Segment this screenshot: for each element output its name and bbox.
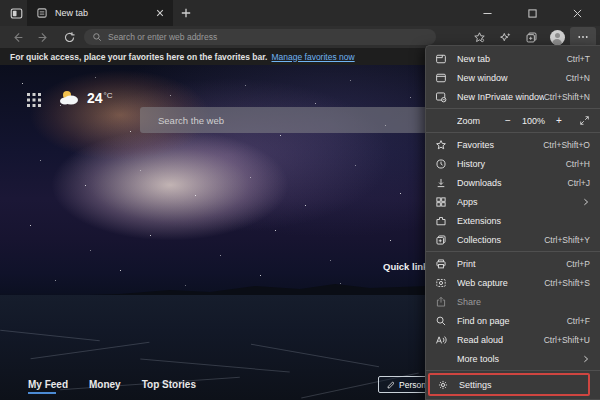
menu-item-label: More tools <box>457 354 582 364</box>
close-window-button[interactable] <box>555 0 600 26</box>
shopping-button[interactable] <box>492 27 518 47</box>
web-capture-icon <box>434 276 448 290</box>
title-bar: New tab <box>0 0 600 26</box>
settings-gear-icon <box>436 378 450 392</box>
tab-title: New tab <box>55 8 153 18</box>
manage-favorites-link[interactable]: Manage favorites now <box>271 52 354 62</box>
menu-item-label: Print <box>457 259 566 269</box>
menu-item-print[interactable]: PrintCtrl+P <box>426 254 600 273</box>
apps-icon <box>434 195 448 209</box>
menu-item-shortcut: Ctrl+Shift+O <box>543 140 590 150</box>
zoom-value: 100% <box>522 116 545 126</box>
menu-item-apps[interactable]: Apps <box>426 192 600 211</box>
menu-separator <box>426 108 600 109</box>
zoom-in-button[interactable]: + <box>552 115 566 126</box>
tab-close-button[interactable] <box>153 6 167 20</box>
tab-actions-button[interactable] <box>5 0 27 26</box>
find-icon <box>434 314 448 328</box>
menu-item-downloads[interactable]: DownloadsCtrl+J <box>426 173 600 192</box>
tab-actions-icon <box>10 7 23 20</box>
menu-item-label: Share <box>457 297 590 307</box>
menu-item-new-window[interactable]: New windowCtrl+N <box>426 68 600 87</box>
menu-item-label: Read aloud <box>457 335 544 345</box>
menu-item-label: Find on page <box>457 316 567 326</box>
newtab-search-input[interactable] <box>158 115 421 126</box>
menu-item-new-tab[interactable]: New tabCtrl+T <box>426 49 600 68</box>
menu-item-shortcut: Ctrl+H <box>566 159 590 169</box>
menu-item-label: New InPrivate window <box>457 92 544 102</box>
tab-favicon <box>36 7 48 19</box>
menu-item-find-on-page[interactable]: Find on pageCtrl+F <box>426 311 600 330</box>
downloads-icon <box>434 176 448 190</box>
new-tab-button[interactable] <box>176 4 196 22</box>
menu-item-new-inprivate-window[interactable]: New InPrivate windowCtrl+Shift+N <box>426 87 600 106</box>
zoom-out-button[interactable]: − <box>501 115 515 126</box>
submenu-arrow-icon <box>582 198 590 206</box>
menu-item-zoom[interactable]: Zoom−100%+ <box>426 111 600 130</box>
menu-item-web-capture[interactable]: Web captureCtrl+Shift+S <box>426 273 600 292</box>
menu-item-label: Settings <box>459 380 578 390</box>
menu-item-shortcut: Ctrl+Shift+Y <box>544 235 590 245</box>
settings-and-more-button[interactable] <box>570 27 596 47</box>
newtab-search-box[interactable] <box>140 107 450 133</box>
menu-separator <box>426 251 600 252</box>
menu-item-shortcut: Ctrl+Shift+N <box>544 92 590 102</box>
weather-widget[interactable]: 24 °C <box>58 88 113 108</box>
address-input[interactable] <box>108 32 428 42</box>
menu-item-shortcut: Ctrl+P <box>566 259 590 269</box>
menu-item-favorites[interactable]: FavoritesCtrl+Shift+O <box>426 135 600 154</box>
search-icon <box>92 32 102 42</box>
extensions-icon <box>434 214 448 228</box>
forward-button[interactable] <box>30 26 56 48</box>
profile-button[interactable] <box>544 27 570 47</box>
menu-item-shortcut: Ctrl+F <box>567 316 590 326</box>
menu-item-label: New window <box>457 73 566 83</box>
history-icon <box>434 157 448 171</box>
temperature-value: 24 <box>87 88 103 108</box>
feed-tabs: My FeedMoneyTop Stories <box>28 379 196 394</box>
grid-icon <box>27 93 41 107</box>
refresh-button[interactable] <box>56 26 82 48</box>
menu-item-extensions[interactable]: Extensions <box>426 211 600 230</box>
pencil-icon <box>387 381 395 389</box>
app-launcher-button[interactable] <box>27 93 41 107</box>
feed-tab-my-feed[interactable]: My Feed <box>28 379 68 394</box>
maximize-button[interactable] <box>510 0 555 26</box>
minimize-button[interactable] <box>465 0 510 26</box>
collections-button[interactable] <box>518 27 544 47</box>
menu-item-more-tools[interactable]: More tools <box>426 349 600 368</box>
window-controls <box>465 0 600 26</box>
menu-item-settings[interactable]: Settings <box>430 375 588 394</box>
favorites-button[interactable] <box>466 27 492 47</box>
menu-item-label: Collections <box>457 235 544 245</box>
share-icon <box>434 295 448 309</box>
menu-item-label: Web capture <box>457 278 544 288</box>
favorites-star-gear-icon <box>473 31 486 44</box>
menu-item-history[interactable]: HistoryCtrl+H <box>426 154 600 173</box>
annotation-highlight-box: Settings <box>428 373 590 396</box>
menu-item-label: History <box>457 159 566 169</box>
collections-stack-icon <box>525 31 538 44</box>
temperature-unit: °C <box>104 91 113 100</box>
new-tab-icon <box>434 52 448 66</box>
address-bar[interactable] <box>84 29 436 45</box>
inprivate-icon <box>434 90 448 104</box>
menu-item-label: Favorites <box>457 140 543 150</box>
browser-window: New tab <box>0 0 600 400</box>
menu-item-shortcut: Ctrl+N <box>566 73 590 83</box>
favorites-star-icon <box>434 138 448 152</box>
menu-item-label: Downloads <box>457 178 568 188</box>
menu-item-collections[interactable]: CollectionsCtrl+Shift+Y <box>426 230 600 249</box>
ellipsis-icon <box>577 31 589 43</box>
read-aloud-icon <box>434 333 448 347</box>
menu-separator <box>426 370 600 371</box>
feed-tab-money[interactable]: Money <box>89 379 121 394</box>
back-button[interactable] <box>4 26 30 48</box>
menu-separator <box>426 132 600 133</box>
tab-new-tab[interactable]: New tab <box>27 0 173 26</box>
new-window-icon <box>434 71 448 85</box>
feed-tab-top-stories[interactable]: Top Stories <box>142 379 196 394</box>
print-icon <box>434 257 448 271</box>
menu-item-read-aloud[interactable]: Read aloudCtrl+Shift+U <box>426 330 600 349</box>
fullscreen-icon[interactable] <box>579 115 590 126</box>
